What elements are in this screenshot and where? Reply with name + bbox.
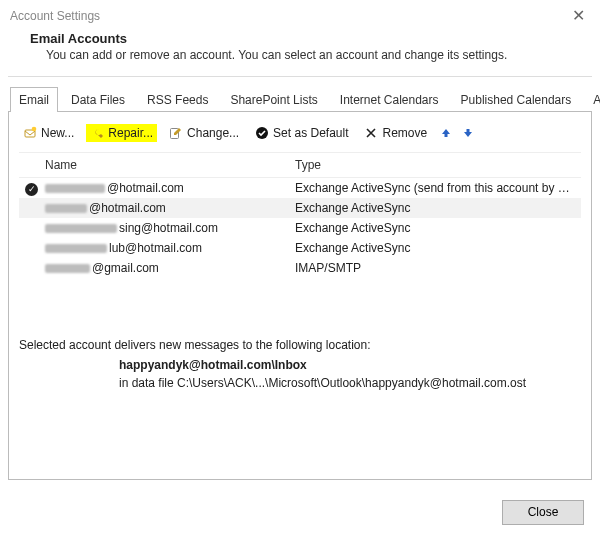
remove-icon [364,126,378,140]
window-title: Account Settings [10,9,100,23]
row-type: Exchange ActiveSync [289,201,581,215]
repair-button[interactable]: Repair... [86,124,157,142]
tabs: Email Data Files RSS Feeds SharePoint Li… [8,83,592,112]
set-default-button[interactable]: Set as Default [251,124,352,142]
row-name: lub@hotmail.com [39,241,289,255]
svg-point-1 [32,127,37,132]
table-row[interactable]: lub@hotmail.comExchange ActiveSync [19,238,581,258]
delivery-path: in data file C:\Users\ACK\...\Microsoft\… [19,374,581,390]
row-default-icon [19,181,39,196]
change-icon [169,126,183,140]
panel-email: New... Repair... Change... [8,111,592,480]
row-name: @hotmail.com [39,181,289,195]
tab-email[interactable]: Email [10,87,58,112]
remove-button[interactable]: Remove [360,124,431,142]
tab-sharepoint-lists[interactable]: SharePoint Lists [221,87,326,112]
move-down-button[interactable] [461,126,475,140]
accounts-grid: Name Type @hotmail.comExchange ActiveSyn… [19,152,581,278]
table-row[interactable]: @hotmail.comExchange ActiveSync (send fr… [19,178,581,198]
tab-internet-calendars[interactable]: Internet Calendars [331,87,448,112]
remove-label: Remove [382,126,427,140]
content: Email Data Files RSS Feeds SharePoint Li… [0,77,600,490]
row-name: @hotmail.com [39,201,289,215]
grid-body: @hotmail.comExchange ActiveSync (send fr… [19,178,581,278]
set-default-icon [255,126,269,140]
header-title: Email Accounts [30,31,570,46]
table-row[interactable]: @hotmail.comExchange ActiveSync [19,198,581,218]
delivery-intro: Selected account delivers new messages t… [19,338,581,352]
grid-header-icon [19,153,39,177]
toolbar: New... Repair... Change... [19,122,581,152]
set-default-label: Set as Default [273,126,348,140]
titlebar: Account Settings ✕ [0,0,600,29]
delivery-location: Selected account delivers new messages t… [19,278,581,390]
repair-icon [90,126,104,140]
new-label: New... [41,126,74,140]
grid-header-type[interactable]: Type [289,153,581,177]
tab-address-books[interactable]: Address Books [584,87,600,112]
row-type: IMAP/SMTP [289,261,581,275]
close-button[interactable]: Close [502,500,584,525]
arrow-down-icon [463,128,473,138]
tab-published-calendars[interactable]: Published Calendars [452,87,581,112]
row-type: Exchange ActiveSync (send from this acco… [289,181,581,195]
header-subtitle: You can add or remove an account. You ca… [30,46,570,62]
row-name: @gmail.com [39,261,289,275]
footer: Close [0,490,600,539]
header: Email Accounts You can add or remove an … [0,29,600,76]
account-settings-window: Account Settings ✕ Email Accounts You ca… [0,0,600,539]
delivery-folder: happyandyk@hotmail.com\Inbox [19,352,581,374]
table-row[interactable]: @gmail.comIMAP/SMTP [19,258,581,278]
change-button[interactable]: Change... [165,124,243,142]
table-row[interactable]: sing@hotmail.comExchange ActiveSync [19,218,581,238]
tab-data-files[interactable]: Data Files [62,87,134,112]
change-label: Change... [187,126,239,140]
new-icon [23,126,37,140]
new-button[interactable]: New... [19,124,78,142]
arrow-up-icon [441,128,451,138]
tab-rss-feeds[interactable]: RSS Feeds [138,87,217,112]
grid-header: Name Type [19,153,581,178]
window-close-button[interactable]: ✕ [566,6,590,25]
grid-header-name[interactable]: Name [39,153,289,177]
move-up-button[interactable] [439,126,453,140]
row-type: Exchange ActiveSync [289,241,581,255]
row-name: sing@hotmail.com [39,221,289,235]
row-type: Exchange ActiveSync [289,221,581,235]
repair-label: Repair... [108,126,153,140]
